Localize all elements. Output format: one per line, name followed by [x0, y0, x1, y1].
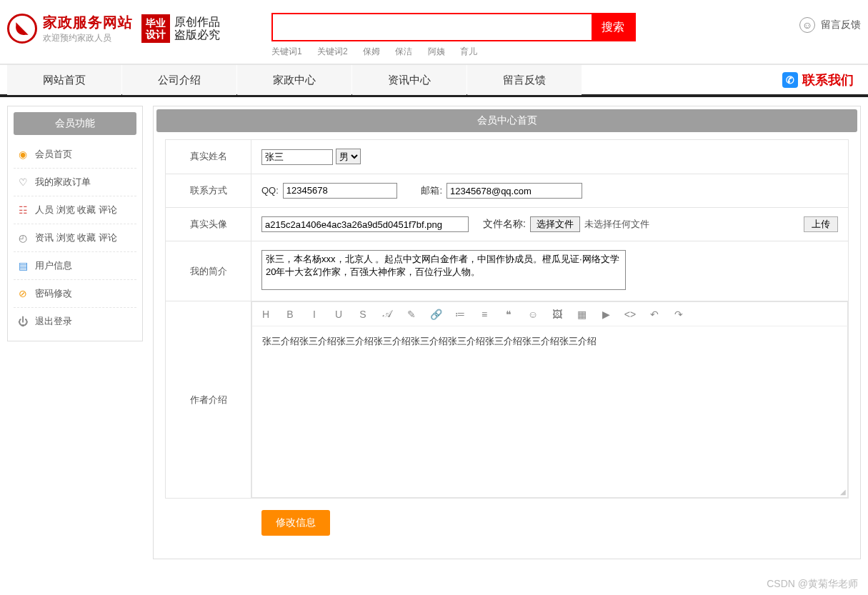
label-bio: 我的简介 — [166, 241, 251, 301]
sidebar-item-label: 会员首页 — [35, 148, 72, 161]
site-subtitle: 欢迎预约家政人员 — [43, 32, 133, 44]
contact-us-label: 联系我们 — [802, 71, 854, 89]
search-input[interactable] — [273, 14, 592, 40]
emoji-icon[interactable]: ☺ — [527, 309, 539, 320]
keyword-link[interactable]: 关键词2 — [317, 46, 348, 56]
label-contact: 联系方式 — [166, 174, 251, 208]
search-bar: 搜索 — [271, 13, 636, 41]
rich-editor: HBIUS𝒜✎🔗≔≡❝☺🖼▦▶<>↶↷ 张三介绍张三介绍张三介绍张三介绍张三介绍… — [251, 301, 848, 498]
feedback-label: 留言反馈 — [821, 19, 861, 31]
code-icon[interactable]: <> — [624, 309, 637, 320]
logo-icon — [7, 14, 37, 44]
sidebar-item[interactable]: ◉会员首页 — [14, 141, 136, 169]
keyword-link[interactable]: 阿姨 — [428, 46, 445, 56]
resize-handle-icon: ◢ — [840, 488, 846, 496]
watermark: CSDN @黄菊华老师 — [0, 574, 868, 595]
table-icon[interactable]: ▦ — [575, 309, 588, 320]
file-name-label: 文件名称: — [483, 218, 526, 231]
sidebar-title: 会员功能 — [14, 112, 136, 135]
main-panel: 会员中心首页 真实姓名 男 联系方式 QQ: — [153, 106, 861, 559]
logo-block: 家政服务网站 欢迎预约家政人员 毕业 设计 原创作品 盗版必究 — [7, 13, 271, 44]
brush-icon[interactable]: ✎ — [405, 309, 418, 320]
sidebar-item-label: 用户信息 — [35, 259, 72, 272]
qq-input[interactable] — [283, 183, 397, 199]
email-input[interactable] — [447, 183, 582, 199]
sidebar-item[interactable]: ⊘密码修改 — [14, 280, 136, 308]
password-icon: ⊘ — [16, 288, 29, 299]
editor-content[interactable]: 张三介绍张三介绍张三介绍张三介绍张三介绍张三介绍张三介绍张三介绍张三介绍 ◢ — [251, 326, 848, 498]
nav-tab-news[interactable]: 资讯中心 — [352, 65, 467, 95]
badge-block: 毕业 设计 原创作品 盗版必究 — [141, 14, 220, 43]
sidebar-item-label: 我的家政订单 — [35, 176, 91, 189]
undo-icon[interactable]: ↶ — [648, 309, 661, 320]
underline-icon[interactable]: U — [332, 309, 345, 320]
sidebar-item-label: 密码修改 — [35, 287, 72, 300]
nav-row: 网站首页 公司介绍 家政中心 资讯中心 留言反馈 ✆ 联系我们 — [0, 64, 868, 94]
file-status: 未选择任何文件 — [584, 218, 649, 231]
home-icon: ◉ — [16, 149, 29, 160]
feedback-link[interactable]: ☺ 留言反馈 — [711, 13, 861, 33]
submit-button[interactable]: 修改信息 — [261, 510, 330, 536]
keyword-link[interactable]: 关键词1 — [271, 46, 302, 56]
keyword-link[interactable]: 保洁 — [395, 46, 412, 56]
user-icon: ▤ — [16, 260, 29, 271]
sidebar-item[interactable]: ◴资讯 浏览 收藏 评论 — [14, 224, 136, 252]
avatar-path-input[interactable] — [261, 216, 469, 232]
align-icon[interactable]: ≡ — [478, 309, 491, 320]
choose-file-button[interactable]: 选择文件 — [530, 216, 580, 232]
keyword-link[interactable]: 保姆 — [363, 46, 380, 56]
bold-icon[interactable]: B — [284, 309, 296, 320]
badge-side-text: 原创作品 盗版必究 — [174, 16, 220, 41]
headset-icon: ☺ — [799, 17, 815, 33]
sidebar-item[interactable]: ☷人员 浏览 收藏 评论 — [14, 196, 136, 224]
sidebar-item[interactable]: ⏻退出登录 — [14, 308, 136, 335]
quote-icon[interactable]: ❝ — [502, 309, 515, 320]
sidebar: 会员功能 ◉会员首页♡我的家政订单☷人员 浏览 收藏 评论◴资讯 浏览 收藏 评… — [7, 106, 143, 341]
bio-textarea[interactable] — [261, 250, 626, 290]
image-icon[interactable]: 🖼 — [551, 309, 564, 320]
redo-icon[interactable]: ↷ — [672, 309, 685, 320]
keyword-link[interactable]: 育儿 — [460, 46, 477, 56]
logout-icon: ⏻ — [16, 316, 29, 327]
gender-select[interactable]: 男 — [336, 149, 361, 164]
phone-icon: ✆ — [782, 72, 798, 88]
italic-icon[interactable]: I — [308, 309, 321, 320]
sidebar-item-label: 退出登录 — [35, 315, 72, 328]
order-icon: ♡ — [16, 176, 29, 188]
nav-tab-service[interactable]: 家政中心 — [237, 65, 351, 95]
video-icon[interactable]: ▶ — [599, 309, 612, 320]
upload-button[interactable]: 上传 — [804, 216, 838, 232]
search-button[interactable]: 搜索 — [592, 14, 634, 40]
label-real-name: 真实姓名 — [166, 140, 251, 174]
link-icon[interactable]: 🔗 — [429, 309, 442, 320]
sidebar-item-label: 资讯 浏览 收藏 评论 — [35, 231, 117, 244]
label-author-intro: 作者介绍 — [166, 301, 251, 499]
sidebar-item[interactable]: ▤用户信息 — [14, 252, 136, 280]
nav-tab-feedback[interactable]: 留言反馈 — [467, 65, 582, 95]
contact-us[interactable]: ✆ 联系我们 — [782, 71, 861, 89]
panel-title: 会员中心首页 — [156, 109, 857, 132]
real-name-input[interactable] — [261, 149, 333, 165]
badge-red: 毕业 设计 — [141, 14, 170, 43]
nav-tabs: 网站首页 公司介绍 家政中心 资讯中心 留言反馈 — [7, 65, 782, 95]
sidebar-item[interactable]: ♡我的家政订单 — [14, 169, 136, 196]
people-icon: ☷ — [16, 204, 29, 216]
nav-tab-company[interactable]: 公司介绍 — [122, 65, 236, 95]
nav-tab-home[interactable]: 网站首页 — [7, 65, 121, 95]
site-title: 家政服务网站 — [43, 13, 133, 32]
editor-toolbar: HBIUS𝒜✎🔗≔≡❝☺🖼▦▶<>↶↷ — [251, 301, 848, 326]
font-icon[interactable]: 𝒜 — [381, 308, 394, 320]
heading-icon[interactable]: H — [259, 309, 272, 320]
qq-label: QQ: — [261, 185, 279, 196]
email-label: 邮箱: — [421, 184, 442, 197]
strike-icon[interactable]: S — [356, 309, 369, 320]
logo-text: 家政服务网站 欢迎预约家政人员 — [43, 13, 133, 44]
profile-form: 真实姓名 男 联系方式 QQ: — [165, 139, 849, 544]
ol-icon[interactable]: ≔ — [454, 309, 467, 320]
header: 家政服务网站 欢迎预约家政人员 毕业 设计 原创作品 盗版必究 搜索 关键词1 … — [0, 0, 868, 64]
label-avatar: 真实头像 — [166, 208, 251, 241]
search-block: 搜索 关键词1 关键词2 保姆 保洁 阿姨 育儿 — [271, 13, 711, 58]
news-icon: ◴ — [16, 232, 29, 244]
sidebar-item-label: 人员 浏览 收藏 评论 — [35, 204, 117, 216]
keyword-row: 关键词1 关键词2 保姆 保洁 阿姨 育儿 — [271, 46, 711, 58]
